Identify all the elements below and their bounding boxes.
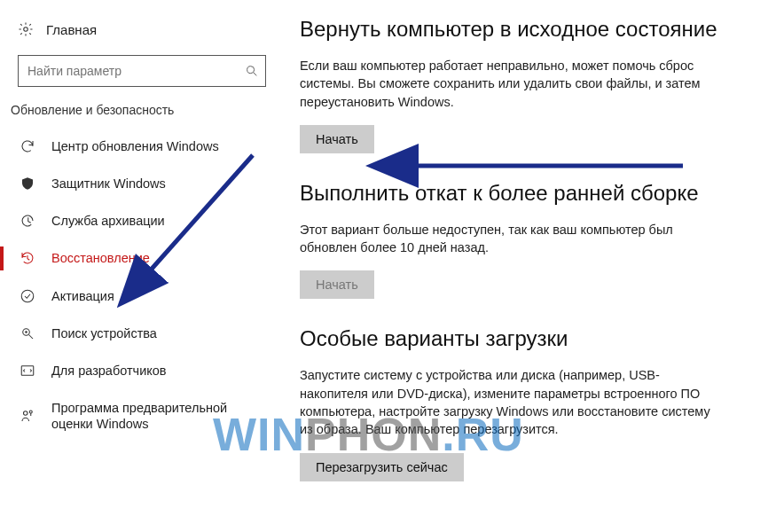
sidebar-item-defender[interactable]: Защитник Windows	[9, 165, 275, 202]
section-reset-pc: Вернуть компьютер в исходное состояние Е…	[300, 16, 749, 153]
reset-start-button[interactable]: Начать	[300, 125, 374, 153]
sidebar-item-activation[interactable]: Активация	[9, 278, 275, 315]
restart-now-button[interactable]: Перезагрузить сейчас	[300, 453, 464, 481]
insider-icon	[20, 408, 35, 424]
sidebar-section-title: Обновление и безопасность	[9, 103, 275, 128]
check-circle-icon	[20, 288, 35, 304]
sidebar-item-developers[interactable]: Для разработчиков	[9, 352, 275, 389]
rollback-start-button: Начать	[300, 270, 374, 299]
search-wrap	[18, 55, 266, 87]
search-input[interactable]	[18, 55, 266, 87]
svg-point-3	[21, 290, 34, 302]
section-desc: Этот вариант больше недоступен, так как …	[300, 221, 725, 257]
code-icon	[20, 363, 35, 379]
sidebar-item-label: Центр обновления Windows	[51, 138, 219, 154]
sidebar-item-backup[interactable]: Служба архивации	[9, 202, 275, 239]
sidebar-item-label: Служба архивации	[51, 213, 165, 229]
svg-point-6	[26, 331, 27, 332]
sidebar-item-find-device[interactable]: Поиск устройства	[9, 315, 275, 352]
sidebar-item-label: Для разработчиков	[51, 363, 167, 379]
svg-point-1	[247, 66, 255, 74]
svg-line-2	[254, 73, 256, 75]
home-link[interactable]: Главная	[9, 16, 275, 43]
sidebar-item-label: Защитник Windows	[51, 176, 166, 192]
section-title: Вернуть компьютер в исходное состояние	[300, 16, 749, 43]
location-icon	[20, 325, 35, 341]
sidebar-item-recovery[interactable]: Восстановление	[9, 239, 275, 277]
sidebar-item-insider[interactable]: Программа предварительной оценки Windows	[9, 389, 275, 442]
section-desc: Если ваш компьютер работает неправильно,…	[300, 57, 725, 111]
sidebar-nav: Центр обновления Windows Защитник Window…	[9, 128, 275, 442]
gear-icon	[18, 21, 34, 37]
history-icon	[20, 250, 35, 266]
svg-point-9	[29, 411, 32, 413]
shield-icon	[20, 176, 35, 192]
section-advanced-startup: Особые варианты загрузки Запустите систе…	[300, 325, 749, 481]
sidebar-item-label: Программа предварительной оценки Windows	[51, 400, 266, 432]
svg-point-0	[24, 27, 28, 32]
sidebar-item-windows-update[interactable]: Центр обновления Windows	[9, 128, 275, 165]
sidebar: Главная Обновление и безопасность Центр …	[0, 0, 275, 532]
main-content: Вернуть компьютер в исходное состояние Е…	[275, 0, 776, 532]
svg-line-5	[29, 334, 34, 339]
sidebar-item-label: Активация	[51, 288, 114, 304]
sync-icon	[20, 138, 35, 154]
section-desc: Запустите систему с устройства или диска…	[300, 366, 725, 438]
home-label: Главная	[46, 22, 97, 37]
section-title: Выполнить откат к более ранней сборке	[300, 180, 749, 207]
sidebar-item-label: Восстановление	[51, 250, 150, 266]
search-icon	[245, 64, 259, 78]
backup-icon	[20, 213, 35, 229]
svg-point-8	[24, 411, 28, 416]
section-title: Особые варианты загрузки	[300, 325, 749, 352]
sidebar-item-label: Поиск устройства	[51, 325, 157, 341]
section-rollback: Выполнить откат к более ранней сборке Эт…	[300, 180, 749, 300]
